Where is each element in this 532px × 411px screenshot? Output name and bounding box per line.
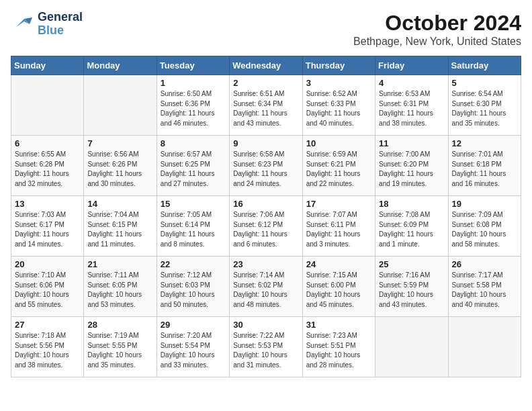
day-number: 22 xyxy=(161,259,226,269)
day-info: Sunrise: 7:15 AM Sunset: 6:00 PM Dayligh… xyxy=(306,271,371,310)
calendar-day-cell: 4Sunrise: 6:53 AM Sunset: 6:31 PM Daylig… xyxy=(375,75,448,136)
day-info: Sunrise: 6:58 AM Sunset: 6:23 PM Dayligh… xyxy=(233,150,298,189)
calendar-day-cell: 16Sunrise: 7:06 AM Sunset: 6:12 PM Dayli… xyxy=(230,196,302,257)
day-info: Sunrise: 7:04 AM Sunset: 6:15 PM Dayligh… xyxy=(87,210,152,249)
day-number: 24 xyxy=(306,259,371,269)
day-info: Sunrise: 7:23 AM Sunset: 5:51 PM Dayligh… xyxy=(306,331,371,370)
day-info: Sunrise: 7:20 AM Sunset: 5:54 PM Dayligh… xyxy=(161,331,226,370)
day-number: 13 xyxy=(15,199,80,209)
day-info: Sunrise: 7:05 AM Sunset: 6:14 PM Dayligh… xyxy=(161,210,226,249)
calendar-day-cell xyxy=(448,317,521,377)
calendar-day-cell: 21Sunrise: 7:11 AM Sunset: 6:05 PM Dayli… xyxy=(84,257,157,317)
day-info: Sunrise: 7:06 AM Sunset: 6:12 PM Dayligh… xyxy=(233,210,298,249)
title-area: October 2024 Bethpage, New York, United … xyxy=(353,11,521,48)
day-info: Sunrise: 6:51 AM Sunset: 6:34 PM Dayligh… xyxy=(233,89,298,128)
day-info: Sunrise: 7:17 AM Sunset: 5:58 PM Dayligh… xyxy=(452,271,517,310)
day-number: 18 xyxy=(379,199,444,209)
weekday-header: Tuesday xyxy=(157,56,229,75)
weekday-header: Wednesday xyxy=(230,56,302,75)
day-info: Sunrise: 7:08 AM Sunset: 6:09 PM Dayligh… xyxy=(379,210,444,249)
weekday-header: Friday xyxy=(375,56,448,75)
calendar-day-cell: 28Sunrise: 7:19 AM Sunset: 5:55 PM Dayli… xyxy=(84,317,157,377)
logo-text: General Blue xyxy=(38,11,83,38)
location-title: Bethpage, New York, United States xyxy=(353,36,521,48)
day-info: Sunrise: 7:01 AM Sunset: 6:18 PM Dayligh… xyxy=(452,150,517,189)
day-info: Sunrise: 7:00 AM Sunset: 6:20 PM Dayligh… xyxy=(379,150,444,189)
day-number: 8 xyxy=(161,138,226,148)
day-number: 15 xyxy=(161,199,226,209)
day-info: Sunrise: 6:54 AM Sunset: 6:30 PM Dayligh… xyxy=(452,89,517,128)
day-number: 7 xyxy=(87,138,152,148)
logo: General Blue xyxy=(11,11,83,38)
calendar-day-cell: 12Sunrise: 7:01 AM Sunset: 6:18 PM Dayli… xyxy=(448,136,521,196)
calendar-week-row: 13Sunrise: 7:03 AM Sunset: 6:17 PM Dayli… xyxy=(11,196,521,257)
day-info: Sunrise: 6:52 AM Sunset: 6:33 PM Dayligh… xyxy=(306,89,371,128)
calendar-day-cell: 23Sunrise: 7:14 AM Sunset: 6:02 PM Dayli… xyxy=(230,257,302,317)
calendar-day-cell: 10Sunrise: 6:59 AM Sunset: 6:21 PM Dayli… xyxy=(302,136,375,196)
day-number: 25 xyxy=(379,259,444,269)
day-number: 16 xyxy=(233,199,298,209)
day-info: Sunrise: 7:16 AM Sunset: 5:59 PM Dayligh… xyxy=(379,271,444,310)
day-info: Sunrise: 6:53 AM Sunset: 6:31 PM Dayligh… xyxy=(379,89,444,128)
calendar-day-cell: 29Sunrise: 7:20 AM Sunset: 5:54 PM Dayli… xyxy=(157,317,229,377)
day-number: 11 xyxy=(379,138,444,148)
day-info: Sunrise: 7:09 AM Sunset: 6:08 PM Dayligh… xyxy=(452,210,517,249)
day-number: 12 xyxy=(452,138,517,148)
day-info: Sunrise: 6:59 AM Sunset: 6:21 PM Dayligh… xyxy=(306,150,371,189)
calendar-week-row: 20Sunrise: 7:10 AM Sunset: 6:06 PM Dayli… xyxy=(11,257,521,317)
day-number: 19 xyxy=(452,199,517,209)
calendar-table: SundayMondayTuesdayWednesdayThursdayFrid… xyxy=(11,56,521,377)
calendar-day-cell: 2Sunrise: 6:51 AM Sunset: 6:34 PM Daylig… xyxy=(230,75,302,136)
day-info: Sunrise: 6:57 AM Sunset: 6:25 PM Dayligh… xyxy=(161,150,226,189)
calendar-day-cell: 31Sunrise: 7:23 AM Sunset: 5:51 PM Dayli… xyxy=(302,317,375,377)
calendar-day-cell: 14Sunrise: 7:04 AM Sunset: 6:15 PM Dayli… xyxy=(84,196,157,257)
day-number: 31 xyxy=(306,320,371,330)
calendar-day-cell: 6Sunrise: 6:55 AM Sunset: 6:28 PM Daylig… xyxy=(11,136,84,196)
weekday-header: Thursday xyxy=(302,56,375,75)
calendar-header-row: SundayMondayTuesdayWednesdayThursdayFrid… xyxy=(11,56,521,75)
weekday-header: Sunday xyxy=(11,56,84,75)
day-number: 4 xyxy=(379,78,444,88)
day-number: 14 xyxy=(87,199,152,209)
day-number: 5 xyxy=(452,78,517,88)
calendar-day-cell: 24Sunrise: 7:15 AM Sunset: 6:00 PM Dayli… xyxy=(302,257,375,317)
day-number: 10 xyxy=(306,138,371,148)
calendar-day-cell: 15Sunrise: 7:05 AM Sunset: 6:14 PM Dayli… xyxy=(157,196,229,257)
calendar-day-cell: 5Sunrise: 6:54 AM Sunset: 6:30 PM Daylig… xyxy=(448,75,521,136)
calendar-day-cell: 30Sunrise: 7:22 AM Sunset: 5:53 PM Dayli… xyxy=(230,317,302,377)
logo-icon xyxy=(11,12,35,36)
day-number: 20 xyxy=(15,259,80,269)
calendar-day-cell: 25Sunrise: 7:16 AM Sunset: 5:59 PM Dayli… xyxy=(375,257,448,317)
day-info: Sunrise: 7:10 AM Sunset: 6:06 PM Dayligh… xyxy=(15,271,80,310)
day-number: 2 xyxy=(233,78,298,88)
day-number: 27 xyxy=(15,320,80,330)
page-header: General Blue October 2024 Bethpage, New … xyxy=(11,11,521,48)
day-number: 9 xyxy=(233,138,298,148)
day-info: Sunrise: 7:19 AM Sunset: 5:55 PM Dayligh… xyxy=(87,331,152,370)
calendar-day-cell: 17Sunrise: 7:07 AM Sunset: 6:11 PM Dayli… xyxy=(302,196,375,257)
calendar-week-row: 6Sunrise: 6:55 AM Sunset: 6:28 PM Daylig… xyxy=(11,136,521,196)
calendar-day-cell xyxy=(375,317,448,377)
calendar-day-cell: 18Sunrise: 7:08 AM Sunset: 6:09 PM Dayli… xyxy=(375,196,448,257)
day-info: Sunrise: 7:18 AM Sunset: 5:56 PM Dayligh… xyxy=(15,331,80,370)
calendar-day-cell: 27Sunrise: 7:18 AM Sunset: 5:56 PM Dayli… xyxy=(11,317,84,377)
day-info: Sunrise: 7:22 AM Sunset: 5:53 PM Dayligh… xyxy=(233,331,298,370)
day-number: 26 xyxy=(452,259,517,269)
weekday-header: Monday xyxy=(84,56,157,75)
calendar-day-cell: 19Sunrise: 7:09 AM Sunset: 6:08 PM Dayli… xyxy=(448,196,521,257)
calendar-week-row: 27Sunrise: 7:18 AM Sunset: 5:56 PM Dayli… xyxy=(11,317,521,377)
calendar-day-cell: 7Sunrise: 6:56 AM Sunset: 6:26 PM Daylig… xyxy=(84,136,157,196)
day-number: 6 xyxy=(15,138,80,148)
calendar-day-cell: 9Sunrise: 6:58 AM Sunset: 6:23 PM Daylig… xyxy=(230,136,302,196)
day-number: 3 xyxy=(306,78,371,88)
day-info: Sunrise: 6:55 AM Sunset: 6:28 PM Dayligh… xyxy=(15,150,80,189)
calendar-day-cell: 1Sunrise: 6:50 AM Sunset: 6:36 PM Daylig… xyxy=(157,75,229,136)
day-info: Sunrise: 7:11 AM Sunset: 6:05 PM Dayligh… xyxy=(87,271,152,310)
calendar-day-cell xyxy=(11,75,84,136)
day-number: 1 xyxy=(161,78,226,88)
calendar-day-cell: 22Sunrise: 7:12 AM Sunset: 6:03 PM Dayli… xyxy=(157,257,229,317)
calendar-day-cell: 13Sunrise: 7:03 AM Sunset: 6:17 PM Dayli… xyxy=(11,196,84,257)
day-number: 23 xyxy=(233,259,298,269)
day-number: 29 xyxy=(161,320,226,330)
day-number: 17 xyxy=(306,199,371,209)
